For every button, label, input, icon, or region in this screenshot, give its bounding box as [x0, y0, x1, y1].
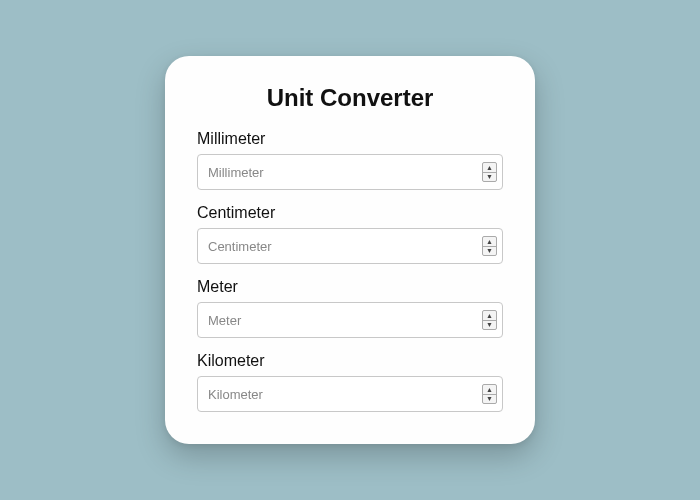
stepper-up-icon[interactable]: ▲ — [483, 163, 496, 173]
stepper-up-icon[interactable]: ▲ — [483, 311, 496, 321]
field-kilometer: Kilometer ▲ ▼ — [197, 352, 503, 412]
millimeter-input-wrap: ▲ ▼ — [197, 154, 503, 190]
kilometer-stepper[interactable]: ▲ ▼ — [482, 384, 497, 404]
kilometer-input-wrap: ▲ ▼ — [197, 376, 503, 412]
field-millimeter: Millimeter ▲ ▼ — [197, 130, 503, 190]
page-title: Unit Converter — [197, 84, 503, 112]
meter-stepper[interactable]: ▲ ▼ — [482, 310, 497, 330]
meter-label: Meter — [197, 278, 503, 296]
kilometer-label: Kilometer — [197, 352, 503, 370]
stepper-down-icon[interactable]: ▼ — [483, 321, 496, 330]
converter-card: Unit Converter Millimeter ▲ ▼ Centimeter… — [165, 56, 535, 444]
stepper-up-icon[interactable]: ▲ — [483, 385, 496, 395]
meter-input[interactable] — [197, 302, 503, 338]
stepper-up-icon[interactable]: ▲ — [483, 237, 496, 247]
millimeter-label: Millimeter — [197, 130, 503, 148]
field-meter: Meter ▲ ▼ — [197, 278, 503, 338]
centimeter-input[interactable] — [197, 228, 503, 264]
millimeter-stepper[interactable]: ▲ ▼ — [482, 162, 497, 182]
centimeter-input-wrap: ▲ ▼ — [197, 228, 503, 264]
centimeter-label: Centimeter — [197, 204, 503, 222]
stepper-down-icon[interactable]: ▼ — [483, 395, 496, 404]
centimeter-stepper[interactable]: ▲ ▼ — [482, 236, 497, 256]
meter-input-wrap: ▲ ▼ — [197, 302, 503, 338]
field-centimeter: Centimeter ▲ ▼ — [197, 204, 503, 264]
millimeter-input[interactable] — [197, 154, 503, 190]
stepper-down-icon[interactable]: ▼ — [483, 247, 496, 256]
stepper-down-icon[interactable]: ▼ — [483, 173, 496, 182]
kilometer-input[interactable] — [197, 376, 503, 412]
